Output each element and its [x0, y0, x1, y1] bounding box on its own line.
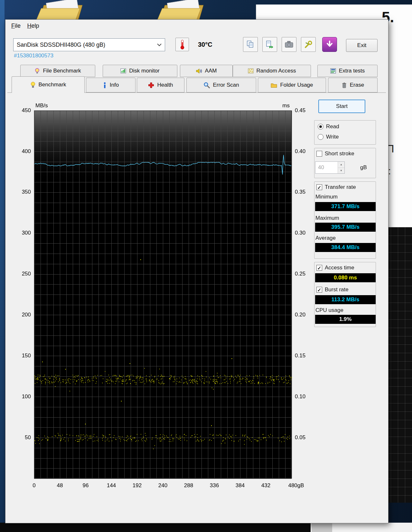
menu-bar: File Help — [5, 20, 388, 31]
minimum-label: Minimum — [315, 194, 338, 200]
write-radio-label: Write — [326, 134, 339, 140]
tab-label: Folder Usage — [280, 82, 313, 88]
tab-folder-usage[interactable]: Folder Usage — [258, 78, 326, 92]
transfer-rate-checkbox[interactable]: ✓ Transfer rate — [316, 184, 356, 190]
update-download-button[interactable] — [322, 37, 337, 52]
maximum-value: 395.7 MB/s — [315, 223, 376, 232]
benchmark-chart — [5, 97, 314, 497]
access-time-value: 0.080 ms — [315, 273, 376, 282]
checkbox-checked-icon: ✓ — [316, 184, 322, 190]
checkbox-checked-icon: ✓ — [316, 265, 322, 271]
tab-random-access[interactable]: Random Access — [233, 65, 311, 77]
spinner-buttons[interactable]: ▲ ▼ — [338, 162, 344, 173]
tab-file-benchmark[interactable]: File Benchmark — [20, 65, 95, 77]
burst-rate-value: 113.2 MB/s — [315, 295, 376, 304]
tab-benchmark[interactable]: Benchmark — [12, 76, 85, 93]
cpu-usage-label: CPU usage — [315, 307, 343, 314]
tab-health[interactable]: Health — [137, 78, 184, 92]
checkbox-checked-icon: ✓ — [316, 287, 322, 293]
tab-label: AAM — [205, 68, 217, 74]
benchmark-bulb-icon — [30, 82, 36, 88]
tab-label: Disk monitor — [129, 68, 159, 74]
options-button[interactable] — [301, 37, 316, 52]
exit-button[interactable]: Exit — [346, 39, 378, 52]
chevron-down-icon — [154, 44, 165, 46]
hdtune-window: File Help SanDisk SDSSDHII480G (480 gB) … — [5, 19, 389, 523]
average-value: 384.4 MB/s — [315, 243, 376, 252]
drive-serial: #153801800573 — [14, 53, 53, 59]
tab-info[interactable]: Info — [86, 78, 136, 92]
copy-icon — [246, 40, 255, 49]
bar-chart-icon — [120, 68, 126, 74]
health-cross-icon — [148, 82, 154, 88]
desktop-folder-icon[interactable] — [157, 0, 207, 21]
access-time-checkbox[interactable]: ✓ Access time — [316, 265, 354, 271]
background-window-block — [312, 523, 332, 532]
average-label: Average — [315, 235, 336, 241]
burst-rate-checkbox[interactable]: ✓ Burst rate — [316, 286, 349, 293]
thermometer-icon — [178, 39, 186, 50]
radio-selected-icon — [318, 124, 323, 130]
background-text: : — [388, 166, 391, 177]
maximum-label: Maximum — [315, 215, 339, 221]
tab-label: Info — [110, 82, 119, 88]
cpu-usage-value: 1.9% — [315, 315, 376, 324]
burst-rate-label: Burst rate — [325, 286, 349, 293]
radio-unselected-icon — [318, 134, 323, 140]
copy-button[interactable] — [243, 37, 258, 52]
tab-label: Benchmark — [39, 82, 66, 88]
tab-label: Extra tests — [339, 68, 365, 74]
tab-erase[interactable]: Erase — [328, 78, 378, 92]
speaker-icon — [196, 68, 202, 74]
drive-selector[interactable]: SanDisk SDSSDHII480G (480 gB) — [13, 38, 165, 51]
short-stroke-checkbox[interactable]: Short stroke — [316, 150, 354, 157]
download-arrow-icon — [326, 40, 333, 49]
copy-to-file-button[interactable] — [262, 37, 277, 52]
desktop-edge-highlight — [0, 0, 5, 532]
desktop-folder-icon[interactable] — [36, 0, 86, 21]
tab-label: Health — [157, 82, 173, 88]
checkbox-unchecked-icon — [316, 151, 322, 157]
tools-icon — [304, 40, 313, 49]
magnifier-icon — [203, 82, 210, 88]
access-time-label: Access time — [325, 265, 354, 271]
short-stroke-label: Short stroke — [325, 150, 354, 157]
drive-selector-value: SanDisk SDSSDHII480G (480 gB) — [17, 42, 105, 48]
random-access-icon — [248, 68, 254, 74]
copy-to-file-icon — [266, 40, 274, 49]
short-stroke-spinner[interactable]: 40 ▲ ▼ — [315, 161, 345, 174]
temperature-value: 30°C — [198, 41, 212, 48]
temperature-button[interactable] — [175, 38, 189, 51]
tab-label: Erase — [350, 82, 364, 88]
screenshot-button[interactable] — [282, 37, 296, 52]
extra-tests-icon — [330, 68, 336, 74]
file-benchmark-icon — [34, 68, 40, 74]
tab-extra-tests[interactable]: Extra tests — [317, 65, 378, 77]
tab-label: File Benchmark — [43, 68, 81, 74]
spinner-down-icon[interactable]: ▼ — [338, 168, 344, 174]
write-radio[interactable]: Write — [318, 134, 339, 140]
short-stroke-value: 40 — [315, 162, 338, 173]
tab-disk-monitor[interactable]: Disk monitor — [103, 65, 177, 77]
tab-label: Error Scan — [213, 82, 239, 88]
trash-icon — [342, 82, 347, 88]
tab-label: Random Access — [257, 68, 296, 74]
menu-help[interactable]: Help — [24, 22, 42, 30]
short-stroke-unit: gB — [360, 164, 367, 171]
info-icon — [103, 82, 107, 88]
folder-icon — [271, 82, 277, 88]
benchmark-controls-panel: Start Read Write Short stroke 40 ▲ ▼ gB … — [311, 97, 379, 332]
spinner-up-icon[interactable]: ▲ — [338, 162, 344, 168]
camera-icon — [285, 41, 294, 48]
read-radio[interactable]: Read — [318, 123, 339, 130]
read-radio-label: Read — [326, 123, 339, 130]
menu-file[interactable]: File — [9, 22, 23, 30]
transfer-rate-label: Transfer rate — [325, 184, 356, 190]
start-button[interactable]: Start — [318, 100, 365, 113]
tab-error-scan[interactable]: Error Scan — [186, 78, 256, 92]
tab-aam[interactable]: AAM — [180, 65, 233, 77]
minimum-value: 371.7 MB/s — [315, 202, 376, 211]
